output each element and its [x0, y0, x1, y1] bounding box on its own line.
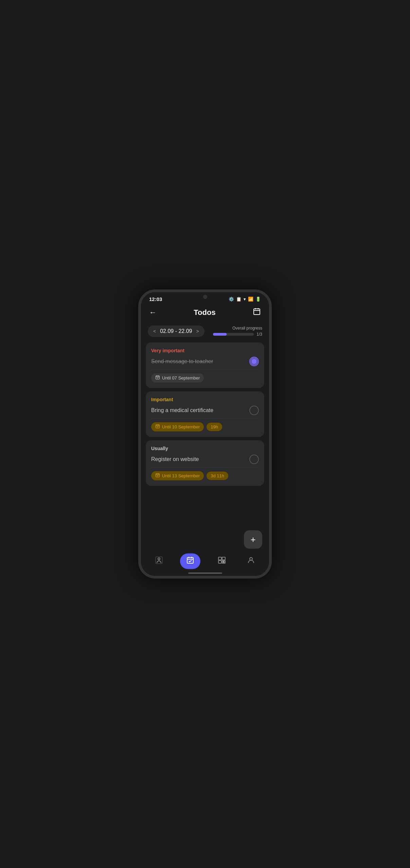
phone-screen: 12:03 ⚙️ 📋 ▾ 📶 🔋 ← Todos	[141, 292, 269, 576]
app-header: ← Todos	[141, 303, 269, 323]
priority-label-important: Important	[151, 397, 259, 402]
todo-circle-1[interactable]	[249, 357, 259, 366]
date-prev-button[interactable]: <	[153, 329, 156, 334]
todo-date-tag-3[interactable]: Until 13 September	[151, 471, 204, 480]
todo-tags-1: Until 07 September	[151, 373, 259, 383]
todo-item-row-2: Bring a medical certificate	[151, 406, 259, 419]
todo-item-text-2: Bring a medical certificate	[151, 407, 213, 413]
account-nav-icon	[247, 556, 255, 566]
svg-rect-22	[218, 557, 221, 560]
nav-item-schedule[interactable]	[214, 554, 230, 568]
todo-card-important: Important Bring a medical certificate	[146, 391, 264, 437]
calendar-tag-icon-2	[155, 424, 160, 430]
calendar-icon	[253, 307, 261, 316]
todo-card-usually: Usually Register on website	[146, 440, 264, 486]
progress-section: Overall progress 1/3	[213, 326, 262, 337]
svg-point-29	[250, 557, 252, 560]
svg-rect-8	[156, 425, 160, 428]
todo-tags-2: Until 10 September 19h	[151, 422, 259, 431]
todo-time-tag-label-2: 19h	[211, 424, 218, 429]
back-button[interactable]: ←	[148, 307, 158, 318]
svg-rect-23	[222, 557, 225, 560]
todo-time-tag-label-3: 3d 11h	[211, 473, 224, 478]
progress-count: 1/3	[256, 332, 262, 337]
date-next-button[interactable]: >	[196, 329, 199, 334]
phone-frame: 12:03 ⚙️ 📋 ▾ 📶 🔋 ← Todos	[138, 289, 272, 579]
svg-rect-4	[156, 376, 160, 379]
svg-rect-24	[218, 561, 221, 563]
home-indicator	[188, 572, 222, 574]
progress-label: Overall progress	[232, 326, 262, 331]
signal-icon: 📶	[248, 297, 253, 302]
fab-add-button[interactable]: +	[244, 530, 262, 549]
calendar-tag-icon-1	[155, 375, 160, 381]
nav-item-account[interactable]	[243, 554, 259, 568]
todo-item-text-1: Send message to teacher	[151, 358, 213, 365]
todo-card-very-important: Very important Send message to teacher	[146, 342, 264, 388]
todo-date-tag-2[interactable]: Until 10 September	[151, 422, 204, 431]
todo-item-text-3: Register on website	[151, 456, 199, 462]
todo-date-tag-label-3: Until 13 September	[162, 473, 200, 478]
wifi-icon: ▾	[244, 297, 246, 302]
progress-bar-row: 1/3	[213, 332, 262, 337]
svg-point-16	[158, 558, 160, 560]
priority-label-very-important: Very important	[151, 348, 259, 353]
progress-bar-fill	[213, 333, 227, 336]
todo-list-scroll: Very important Send message to teacher	[141, 342, 269, 550]
priority-label-usually: Usually	[151, 446, 259, 451]
settings-status-icon: ⚙️	[229, 297, 234, 302]
todo-time-tag-2: 19h	[207, 423, 222, 431]
profile-nav-icon	[155, 556, 163, 566]
todo-date-tag-label-1: Until 07 September	[162, 375, 200, 380]
svg-rect-12	[156, 474, 160, 477]
bottom-nav	[141, 550, 269, 576]
todo-tags-3: Until 13 September 3d 11h	[151, 471, 259, 480]
svg-rect-0	[254, 309, 260, 315]
battery-icon: 🔋	[255, 297, 261, 302]
status-time: 12:03	[149, 296, 162, 302]
scroll-spacer	[146, 489, 264, 516]
todo-item-row-3: Register on website	[151, 455, 259, 468]
todo-circle-3[interactable]	[249, 455, 259, 464]
calendar-tag-icon-3	[155, 473, 160, 479]
todo-item-row-1: Send message to teacher	[151, 357, 259, 370]
todos-nav-icon	[186, 556, 194, 566]
progress-bar-bg	[213, 333, 254, 336]
nav-item-profile[interactable]	[151, 554, 167, 568]
calendar-header-button[interactable]	[251, 306, 262, 319]
circle-inner-1	[251, 359, 257, 364]
clipboard-status-icon: 📋	[236, 297, 242, 302]
todo-date-tag-1[interactable]: Until 07 September	[151, 373, 204, 383]
todo-date-tag-label-2: Until 10 September	[162, 424, 200, 429]
svg-rect-18	[187, 557, 193, 563]
date-range-pill[interactable]: < 02.09 - 22.09 >	[148, 325, 204, 337]
date-range-text: 02.09 - 22.09	[160, 328, 192, 334]
todo-circle-2[interactable]	[249, 406, 259, 415]
schedule-nav-icon	[218, 556, 226, 566]
camera-notch	[203, 295, 207, 299]
nav-item-todos[interactable]	[180, 553, 200, 569]
page-title: Todos	[194, 308, 215, 317]
status-icons: ⚙️ 📋 ▾ 📶 🔋	[229, 297, 261, 302]
todo-time-tag-3: 3d 11h	[207, 472, 228, 480]
date-range-section: < 02.09 - 22.09 > Overall progress 1/3	[141, 323, 269, 342]
